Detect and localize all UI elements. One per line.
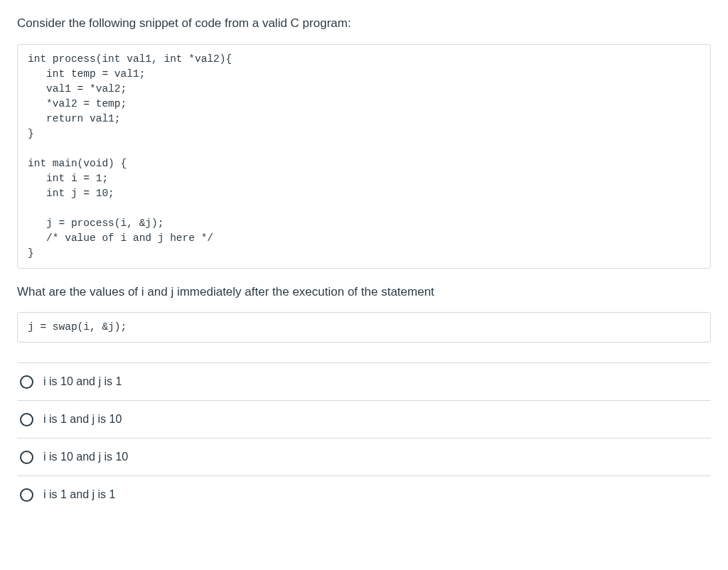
question-intro: Consider the following snippet of code f… (17, 14, 711, 33)
answer-option-3[interactable]: i is 1 and j is 1 (17, 475, 711, 513)
code-snippet-statement: j = swap(i, &j); (17, 312, 711, 343)
radio-icon (20, 451, 33, 464)
answer-option-0[interactable]: i is 10 and j is 1 (17, 362, 711, 400)
radio-icon (20, 413, 33, 426)
option-label: i is 1 and j is 10 (43, 411, 122, 428)
option-label: i is 10 and j is 1 (43, 373, 122, 390)
option-label: i is 1 and j is 1 (43, 486, 115, 503)
radio-icon (20, 375, 33, 389)
answer-option-1[interactable]: i is 1 and j is 10 (17, 400, 711, 438)
radio-icon (20, 488, 33, 502)
code-snippet-main: int process(int val1, int *val2){ int te… (17, 44, 711, 269)
answer-option-2[interactable]: i is 10 and j is 10 (17, 438, 711, 475)
question-prompt: What are the values of i and j immediate… (17, 283, 711, 301)
answer-options: i is 10 and j is 1 i is 1 and j is 10 i … (17, 362, 711, 513)
option-label: i is 10 and j is 10 (43, 448, 128, 466)
